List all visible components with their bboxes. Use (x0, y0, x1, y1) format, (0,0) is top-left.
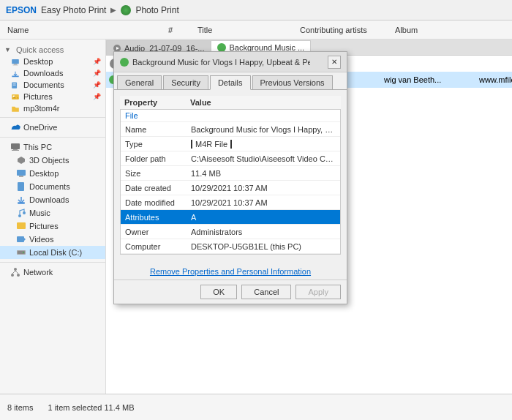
props-row-size: Size 11.4 MB (121, 166, 340, 181)
network-label: Network (23, 268, 53, 277)
svg-point-23 (14, 268, 17, 271)
svg-rect-6 (12, 94, 19, 100)
svg-rect-5 (13, 84, 16, 85)
sidebar-item-thispc-documents[interactable]: Documents (0, 180, 105, 193)
svg-point-25 (17, 274, 20, 277)
props-row-attributes: Attributes A (121, 210, 340, 225)
dialog-link-area: Remove Properties and Personal Informati… (114, 260, 347, 280)
sidebar-item-3dobjects[interactable]: 3D Objects (0, 154, 105, 167)
sidebar-item-pictures[interactable]: Pictures 📌 (0, 91, 105, 102)
app-bar: EPSON Easy Photo Print ▶ Photo Print (0, 0, 512, 20)
prop-val-size: 11.4 MB (191, 169, 336, 178)
prop-label-computer: Computer (125, 242, 191, 251)
props-row-datemodified: Date modified 10/29/2021 10:37 AM (121, 195, 340, 210)
svg-rect-1 (14, 64, 17, 64)
svg-point-16 (23, 211, 26, 214)
local-disk-label: Local Disk (C:) (29, 248, 82, 257)
dialog-title-text: Background Music for Vlogs I Happy, Upbe… (132, 58, 310, 67)
svg-rect-14 (18, 182, 24, 191)
cancel-button[interactable]: Cancel (241, 285, 291, 299)
col-title-header: Title (197, 26, 300, 34)
pin-icon: 📌 (93, 58, 101, 65)
dialog-tab-previous-versions[interactable]: Previous Versions (252, 75, 333, 89)
svg-rect-9 (13, 149, 18, 150)
file-album-background: www.mfiles.co.uk (479, 75, 512, 84)
desktop-label: Desktop (23, 57, 53, 66)
explorer-column-header: Name # Title Contributing artists Album (0, 20, 512, 40)
svg-rect-2 (13, 64, 18, 65)
quick-access-header: ▼ Quick access (0, 44, 105, 56)
prop-label-datecreated: Date created (125, 184, 191, 192)
mp3tom4r-label: mp3tom4r (23, 104, 60, 113)
3dobjects-label: 3D Objects (29, 156, 69, 165)
app-title: EPSON Easy Photo Print ▶ Photo Print (6, 5, 179, 15)
sidebar-item-network[interactable]: Network (0, 266, 105, 279)
videos-label: Videos (29, 235, 53, 244)
props-row-type: Type M4R File (121, 137, 340, 151)
prop-label-size: Size (125, 169, 191, 178)
sidebar-divider-3 (0, 262, 105, 263)
quick-access-section: ▼ Quick access Desktop 📌 Downloads 📌 Doc… (0, 44, 105, 114)
remove-properties-link[interactable]: Remove Properties and Personal Informati… (150, 267, 311, 276)
sidebar-item-thispc-desktop[interactable]: Desktop (0, 167, 105, 180)
svg-point-15 (18, 214, 21, 217)
dialog-tab-general[interactable]: General (117, 75, 162, 89)
easy-photo-print-label: Easy Photo Print (41, 5, 106, 15)
onedrive-label: OneDrive (23, 123, 57, 132)
thispc-desktop-label: Desktop (29, 169, 59, 178)
sidebar-item-onedrive[interactable]: OneDrive (0, 121, 105, 134)
photo-print-label: Photo Print (135, 5, 178, 15)
sidebar-item-thispc[interactable]: This PC (0, 140, 105, 154)
props-row-name: Name Background Music for Vlogs I Happy,… (121, 122, 340, 137)
sidebar-divider-2 (0, 137, 105, 138)
thispc-downloads-label: Downloads (29, 195, 69, 204)
sidebar-item-mp3tom4r[interactable]: mp3tom4r (0, 102, 105, 114)
status-bar: 8 items 1 item selected 11.4 MB (0, 394, 512, 420)
sidebar-item-downloads[interactable]: Downloads 📌 (0, 67, 105, 79)
svg-marker-19 (24, 238, 26, 241)
prop-val-attributes: A (191, 213, 336, 222)
downloads-label: Downloads (23, 69, 63, 78)
sidebar-item-videos[interactable]: Videos (0, 233, 105, 246)
prop-val-datemodified: 10/29/2021 10:37 AM (191, 198, 336, 207)
svg-rect-12 (17, 170, 26, 176)
svg-rect-0 (12, 59, 19, 64)
epson-brand: EPSON (6, 5, 37, 15)
prop-label-type: Type (125, 140, 191, 149)
col-name-header: Name (0, 26, 168, 34)
item-count: 8 items (7, 403, 33, 412)
prop-label-folderpath: Folder path (125, 154, 191, 163)
sidebar-item-thispc-pictures[interactable]: Pictures (0, 220, 105, 233)
prop-val-datecreated: 10/29/2021 10:37 AM (191, 184, 336, 192)
col-hash-header: # (168, 26, 197, 34)
svg-line-26 (12, 271, 15, 274)
props-row-computer: Computer DESKTOP-U5GB1EL (this PC) (121, 239, 340, 254)
prop-label-owner: Owner (125, 228, 191, 236)
sidebar-item-music[interactable]: Music (0, 206, 105, 220)
pictures-label: Pictures (23, 92, 53, 101)
pin-icon-pic: 📌 (93, 93, 101, 100)
dialog-music-icon (120, 58, 129, 67)
thispc-label: This PC (23, 143, 52, 151)
dialog-title: Background Music for Vlogs I Happy, Upbe… (120, 58, 310, 67)
prop-label-datemodified: Date modified (125, 198, 191, 207)
prop-label-name: Name (125, 125, 191, 134)
sidebar-item-desktop[interactable]: Desktop 📌 (0, 56, 105, 67)
sidebar: ▼ Quick access Desktop 📌 Downloads 📌 Doc… (0, 40, 106, 394)
dialog-tab-details[interactable]: Details (210, 75, 251, 90)
thispc-pictures-label: Pictures (29, 222, 59, 230)
sidebar-item-local-disk[interactable]: Local Disk (C:) (0, 246, 105, 259)
props-table-header: Property Value (120, 96, 341, 110)
dialog-close-button[interactable]: ✕ (328, 56, 341, 69)
svg-rect-17 (17, 222, 26, 229)
dialog-tab-security[interactable]: Security (163, 75, 208, 89)
ok-button[interactable]: OK (200, 285, 237, 299)
prop-label-attributes: Attributes (125, 213, 191, 222)
sidebar-item-documents[interactable]: Documents 📌 (0, 79, 105, 91)
type-value-boxed: M4R File (191, 140, 232, 149)
sidebar-item-thispc-downloads[interactable]: Downloads (0, 193, 105, 206)
selected-info: 1 item selected 11.4 MB (48, 403, 134, 412)
apply-button[interactable]: Apply (295, 285, 341, 299)
props-header-value: Value (190, 98, 336, 107)
prop-val-computer: DESKTOP-U5GB1EL (this PC) (191, 242, 336, 251)
